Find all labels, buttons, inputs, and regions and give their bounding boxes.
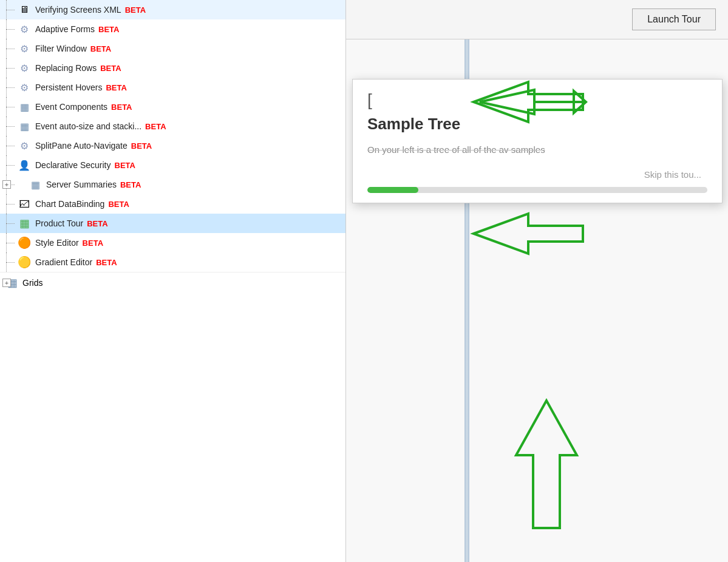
style-icon: 🟠: [18, 237, 30, 249]
sidebar-item-server-summaries[interactable]: + ▦ Server Summaries BETA: [0, 175, 345, 194]
sidebar-item-event-components[interactable]: ▦ Event Components BETA: [0, 97, 345, 117]
sidebar-item-label: Event Components: [35, 102, 107, 112]
gear-icon: ⚙: [18, 140, 30, 152]
sidebar-item-declarative-security[interactable]: 👤 Declarative Security BETA: [0, 155, 345, 175]
sidebar-item-gradient-editor[interactable]: 🟡 Gradient Editor BETA: [0, 252, 345, 272]
right-panel: Launch Tour [ Sample Tree On your left i…: [346, 0, 728, 562]
grid-icon: ▦: [18, 101, 30, 113]
expand-icon[interactable]: +: [2, 180, 11, 189]
tour-progress-bar-fill: [367, 187, 418, 193]
tour-icon: ▦: [18, 217, 30, 229]
beta-badge: BETA: [96, 258, 117, 267]
tour-popup-text: On your left is a tree of all of the av …: [367, 143, 707, 157]
beta-badge: BETA: [120, 180, 141, 189]
verify-icon: 🖥: [18, 4, 30, 16]
sidebar-item-event-auto-size[interactable]: ▦ Event auto-size and stacki... BETA: [0, 117, 345, 136]
grid-icon: ▦: [18, 120, 30, 132]
sidebar-item-persistent-hovers[interactable]: ⚙ Persistent Hovers BETA: [0, 78, 345, 97]
sidebar-item-label: SplitPane Auto-Navigate: [35, 141, 128, 151]
sidebar-item-filter-window[interactable]: ⚙ Filter Window BETA: [0, 39, 345, 58]
launch-tour-button[interactable]: Launch Tour: [632, 8, 716, 30]
gear-icon: ⚙: [18, 62, 30, 74]
beta-badge: BETA: [115, 161, 135, 170]
gear-icon: ⚙: [18, 81, 30, 93]
tour-popup: [ Sample Tree On your left is a tree of …: [352, 79, 723, 203]
sidebar-item-label: Persistent Hovers: [35, 83, 102, 92]
sidebar-item-verifying-screens[interactable]: 🖥 Verifying Screens XML BETA: [0, 0, 345, 19]
beta-badge: BETA: [125, 5, 146, 15]
sidebar-item-label: Server Summaries: [46, 180, 117, 189]
beta-badge: BETA: [131, 141, 152, 151]
sidebar-item-label: Product Tour: [35, 218, 83, 228]
beta-badge: BETA: [90, 44, 111, 53]
sidebar-item-replacing-rows[interactable]: ⚙ Replacing Rows BETA: [0, 58, 345, 78]
gear-icon: ⚙: [18, 23, 30, 35]
chart-icon: 🗠: [18, 198, 30, 210]
server-icon: ▦: [29, 178, 41, 191]
sidebar-item-style-editor[interactable]: 🟠 Style Editor BETA: [0, 233, 345, 252]
beta-badge: BETA: [83, 239, 103, 248]
beta-badge: BETA: [145, 122, 166, 131]
beta-badge: BETA: [100, 64, 121, 73]
grids-label: Grids: [22, 278, 43, 288]
sidebar-item-label: Adaptive Forms: [35, 24, 95, 34]
sidebar-item-label: Gradient Editor: [35, 257, 92, 267]
beta-badge: BETA: [106, 83, 126, 92]
sidebar: 🖥 Verifying Screens XML BETA ⚙ Adaptive …: [0, 0, 346, 562]
skip-label: Skip this tou...: [644, 169, 701, 180]
tour-popup-skip[interactable]: Skip this tou...: [367, 169, 707, 180]
sidebar-item-splitpane-auto[interactable]: ⚙ SplitPane Auto-Navigate BETA: [0, 136, 345, 155]
tour-popup-title: Sample Tree: [367, 115, 707, 134]
tour-progress-bar-container: [367, 187, 707, 193]
sidebar-item-chart-databinding[interactable]: 🗠 Chart DataBinding BETA: [0, 194, 345, 214]
header-bar: Launch Tour: [346, 0, 728, 39]
beta-badge: BETA: [108, 200, 129, 209]
beta-badge: BETA: [87, 219, 107, 228]
sidebar-item-label: Style Editor: [35, 238, 79, 248]
grids-expand-icon[interactable]: +: [2, 279, 11, 287]
gear-icon: ⚙: [18, 42, 30, 55]
sidebar-item-label: Declarative Security: [35, 160, 111, 170]
sidebar-item-label: Filter Window: [35, 44, 87, 53]
sidebar-item-label: Chart DataBinding: [35, 199, 104, 209]
security-icon: 👤: [18, 159, 30, 171]
gradient-icon: 🟡: [18, 256, 30, 268]
sidebar-item-label: Event auto-size and stacki...: [35, 121, 141, 131]
beta-badge: BETA: [111, 103, 132, 112]
sidebar-item-adaptive-forms[interactable]: ⚙ Adaptive Forms BETA: [0, 19, 345, 39]
sidebar-item-label: Verifying Screens XML: [35, 5, 121, 15]
main-container: 🖥 Verifying Screens XML BETA ⚙ Adaptive …: [0, 0, 728, 562]
tour-popup-bracket: [: [367, 92, 707, 109]
beta-badge: BETA: [98, 25, 119, 34]
sidebar-item-label: Replacing Rows: [35, 63, 97, 73]
grids-row[interactable]: + ▦ Grids: [0, 272, 345, 293]
sidebar-item-product-tour[interactable]: ▦ Product Tour BETA: [0, 214, 345, 233]
